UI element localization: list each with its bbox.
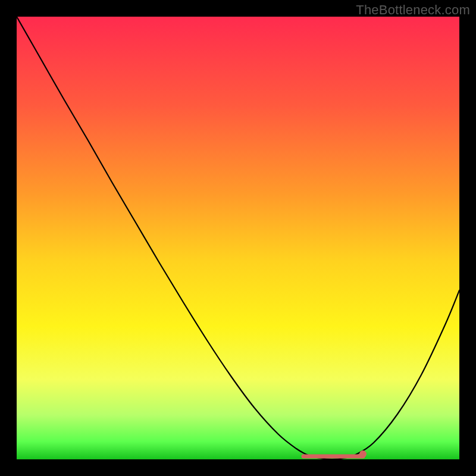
plot-area xyxy=(17,17,459,459)
curve-layer xyxy=(17,17,459,459)
chart-frame: TheBottleneck.com xyxy=(0,0,476,476)
svg-point-1 xyxy=(359,450,367,458)
bottleneck-curve xyxy=(17,17,459,459)
watermark-text: TheBottleneck.com xyxy=(356,2,470,18)
